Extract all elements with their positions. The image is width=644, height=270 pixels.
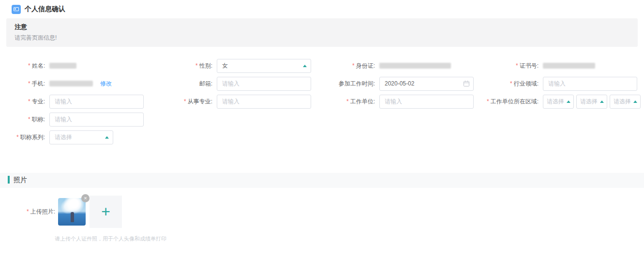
- caret-up-icon: [600, 100, 604, 103]
- employer-label: *工作单位:: [323, 98, 379, 106]
- title-series-label: *职称系列:: [0, 133, 49, 142]
- required-marker: *: [16, 134, 19, 141]
- job-title-label: *职称:: [0, 115, 49, 124]
- upload-hint: 请上传个人证件照，用于个人头像和成绩单打印: [55, 235, 644, 242]
- major-input[interactable]: [49, 95, 144, 109]
- work-major-label: *从事专业:: [165, 98, 217, 106]
- id-card-icon: [12, 5, 21, 14]
- work-start-date-picker[interactable]: 2020-05-02: [379, 77, 474, 91]
- photo-section-title: 照片: [8, 176, 27, 184]
- required-marker: *: [510, 80, 512, 87]
- notice-message: 请完善页面信息!: [15, 34, 629, 42]
- mobile-value-redacted: [49, 81, 93, 86]
- form-row: *专业: *从事专业: *工作单位: *工作单位所在区域: 请选择 请选择 请选…: [0, 94, 644, 112]
- modify-mobile-link[interactable]: 修改: [100, 80, 112, 88]
- gender-value: 女: [222, 62, 228, 70]
- upload-photo-label: *上传照片:: [27, 208, 55, 216]
- notice-title: 注意: [15, 23, 629, 31]
- add-photo-button[interactable]: +: [90, 196, 122, 228]
- caret-up-icon: [303, 65, 307, 67]
- required-marker: *: [516, 62, 518, 69]
- field-name: *姓名:: [0, 58, 165, 73]
- field-work-major: *从事专业:: [165, 94, 323, 109]
- field-employer: *工作单位:: [323, 94, 484, 109]
- field-email: 邮箱:: [165, 76, 323, 91]
- work-start-date-value: 2020-05-02: [385, 80, 414, 87]
- field-cert-no: *证书号:: [484, 58, 644, 73]
- required-marker: *: [28, 80, 30, 87]
- work-major-input[interactable]: [217, 95, 311, 109]
- industry-label: *行业领域:: [484, 80, 543, 88]
- calendar-icon: [463, 80, 470, 87]
- form-row: *职称:: [0, 112, 644, 130]
- caret-up-icon: [633, 100, 637, 103]
- region-district-select[interactable]: 请选择: [610, 95, 641, 109]
- region-province-select[interactable]: 请选择: [543, 95, 574, 109]
- employer-region-label: *工作单位所在区域:: [484, 98, 543, 106]
- email-label: 邮箱:: [165, 80, 217, 88]
- name-label: *姓名:: [0, 62, 49, 70]
- required-marker: *: [352, 62, 355, 69]
- field-id-card: *身份证:: [323, 58, 484, 73]
- work-start-date-label: 参加工作时间:: [323, 80, 379, 88]
- employer-input[interactable]: [379, 95, 474, 109]
- id-card-value-redacted: [379, 63, 451, 69]
- required-marker: *: [346, 98, 349, 105]
- id-card-label: *身份证:: [323, 62, 379, 70]
- required-marker: *: [184, 98, 186, 105]
- photo-section-header: 照片: [0, 173, 644, 188]
- email-input[interactable]: [217, 77, 311, 91]
- personal-info-form: *姓名: *性别: 女 *身份证: *证书号: *手机: 修改 邮箱:: [0, 47, 644, 148]
- field-major: *专业:: [0, 94, 165, 109]
- job-title-input[interactable]: [49, 113, 144, 127]
- form-row: *职称系列: 请选择: [0, 130, 644, 148]
- industry-input[interactable]: [543, 77, 637, 91]
- page-title: 个人信息确认: [25, 5, 65, 14]
- required-marker: *: [28, 116, 30, 123]
- gender-label: *性别:: [165, 62, 217, 70]
- form-row: *姓名: *性别: 女 *身份证: *证书号:: [0, 58, 644, 76]
- uploaded-photo-wrap: ×: [58, 198, 86, 226]
- photo-figure: [71, 212, 74, 222]
- required-marker: *: [27, 208, 29, 215]
- field-title-series: *职称系列: 请选择: [0, 130, 165, 144]
- required-marker: *: [487, 98, 489, 105]
- required-marker: *: [28, 62, 30, 69]
- required-marker: *: [195, 62, 198, 69]
- gender-select[interactable]: 女: [217, 59, 311, 73]
- field-gender: *性别: 女: [165, 58, 323, 73]
- region-city-select[interactable]: 请选择: [576, 95, 607, 109]
- required-marker: *: [28, 98, 30, 105]
- caret-up-icon: [567, 100, 570, 103]
- cert-no-label: *证书号:: [484, 62, 543, 70]
- field-job-title: *职称:: [0, 112, 165, 127]
- cert-no-value-redacted: [543, 63, 595, 69]
- remove-photo-button[interactable]: ×: [81, 194, 90, 202]
- notice-banner: 注意 请完善页面信息!: [6, 18, 638, 47]
- field-work-start-date: 参加工作时间: 2020-05-02: [323, 76, 484, 91]
- name-value-redacted: [49, 63, 76, 69]
- field-employer-region: *工作单位所在区域: 请选择 请选择 请选择: [484, 94, 644, 109]
- photo-upload-row: *上传照片: × +: [27, 196, 644, 228]
- title-series-select[interactable]: 请选择: [49, 130, 113, 144]
- page-header: 个人信息确认: [0, 0, 644, 14]
- field-industry: *行业领域:: [484, 76, 644, 91]
- mobile-label: *手机:: [0, 80, 49, 88]
- field-mobile: *手机: 修改: [0, 76, 165, 91]
- form-row: *手机: 修改 邮箱: 参加工作时间: 2020-05-02 *行业领域:: [0, 76, 644, 94]
- major-label: *专业:: [0, 98, 49, 106]
- caret-up-icon: [105, 136, 109, 139]
- uploaded-photo-thumbnail[interactable]: [58, 198, 86, 226]
